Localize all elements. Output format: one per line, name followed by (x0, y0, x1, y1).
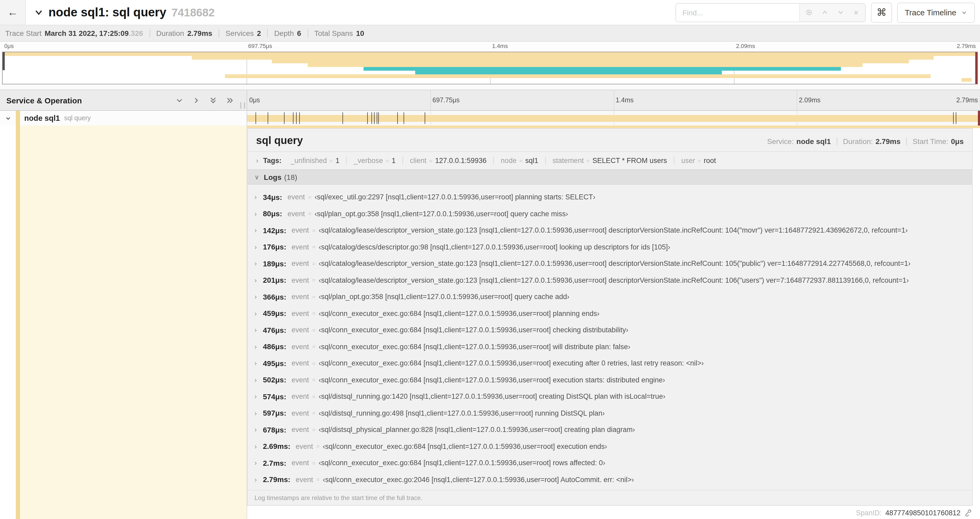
minimap-ruler-label: 697.75μs (246, 43, 272, 49)
chevron-right-icon: › (255, 343, 263, 351)
log-entry-row[interactable]: › 80μs: event = ‹sql/plan_opt.go:358 [ns… (255, 206, 972, 222)
span-detail-title: sql query (256, 134, 767, 147)
log-entry-row[interactable]: › 574μs: event = ‹sql/distsql_running.go… (255, 388, 972, 405)
find-group (676, 3, 865, 22)
log-entry-row[interactable]: › 2.7ms: event = ‹sql/conn_executor_exec… (255, 455, 972, 471)
log-entry-row[interactable]: › 459μs: event = ‹sql/conn_executor_exec… (255, 305, 972, 322)
log-field-key: event (287, 210, 305, 218)
log-field-value: ‹sql/exec_util.go:2297 [nsql1,client=127… (315, 193, 595, 201)
minimap-ruler-label: 2.09ms (734, 43, 755, 49)
tag-item: client = 127.0.0.1:59936 (402, 156, 493, 164)
column-resizer-grip[interactable] (240, 102, 245, 109)
equals-sign: = (312, 393, 316, 400)
log-entry-row[interactable]: › 495μs: event = ‹sql/conn_executor_exec… (255, 355, 972, 372)
log-field-value: ‹sql/plan_opt.go:358 [nsql1,client=127.0… (319, 293, 570, 301)
chevron-right-icon: › (255, 276, 263, 284)
find-prev-chevron-up-icon[interactable] (821, 8, 829, 16)
log-field-value: ‹sql/catalog/lease/descriptor_version_st… (319, 260, 911, 268)
trace-summary-item: Trace Start March 31 2022, 17:25:09 .326 (5, 29, 143, 37)
equals-sign: = (312, 343, 316, 350)
tags-row[interactable]: › Tags: _unfinished = 1 _verbose = 1 (248, 152, 972, 169)
equals-sign: = (316, 476, 320, 483)
expand-all-double-chevron-right-icon[interactable] (226, 96, 234, 104)
minimap-span (272, 60, 909, 63)
log-entry-row[interactable]: › 2.79ms: event = ‹sql/conn_executor_exe… (255, 471, 972, 488)
find-next-chevron-down-icon[interactable] (837, 8, 845, 16)
log-field-value: ‹sql/distsql_running.go:1420 [nsql1,clie… (319, 393, 665, 401)
log-timestamp: 502μs: (263, 376, 286, 384)
trace-view-selector[interactable]: Trace Timeline (897, 2, 975, 22)
span-duration-bar[interactable] (247, 115, 980, 122)
span-row-bar-cell[interactable] (247, 111, 980, 126)
timeline-minimap: 0μs697.75μs1.4ms2.09ms2.79ms (0, 42, 980, 86)
tag-key: _verbose (354, 156, 383, 164)
log-timestamp: 189μs: (263, 260, 286, 268)
log-entry-row[interactable]: › 34μs: event = ‹sql/exec_util.go:2297 [… (255, 189, 972, 206)
service-operation-title: Service & Operation (6, 96, 175, 105)
log-field-value: ‹sql/conn_executor_exec.go:2046 [nsql1,c… (323, 476, 634, 484)
equals-sign: = (308, 194, 312, 200)
collapse-one-chevron-down-icon[interactable] (175, 96, 183, 104)
logs-count: (18) (284, 173, 298, 181)
summary-label: Duration (156, 29, 184, 37)
log-field-value: ‹sql/conn_executor_exec.go:684 [nsql1,cl… (319, 326, 628, 334)
log-entry-row[interactable]: › 476μs: event = ‹sql/conn_executor_exec… (255, 322, 972, 339)
log-entry-row[interactable]: › 189μs: event = ‹sql/catalog/lease/desc… (255, 255, 972, 272)
log-entry-row[interactable]: › 502μs: event = ‹sql/conn_executor_exec… (255, 372, 972, 388)
log-marker-tick (397, 112, 398, 124)
minimap-canvas[interactable] (2, 52, 978, 85)
log-field-key: event (292, 326, 309, 334)
minimap-ruler-label: 0μs (2, 43, 14, 49)
log-marker-tick (268, 112, 268, 124)
equals-sign: = (586, 158, 590, 164)
log-entry-row[interactable]: › 597μs: event = ‹sql/distsql_running.go… (255, 405, 972, 422)
span-collapse-chevron-down-icon[interactable] (0, 115, 16, 121)
span-row[interactable]: node sql1 sql query (0, 111, 980, 126)
deep-link-icon[interactable] (964, 509, 972, 516)
log-field-value: ‹sql/distsql_physical_planner.go:828 [ns… (319, 426, 635, 434)
log-timestamp: 678μs: (263, 426, 286, 434)
log-marker-tick (284, 112, 285, 124)
minimap-span (308, 63, 862, 67)
tag-value: 1 (392, 156, 396, 164)
log-entry-row[interactable]: › 366μs: event = ‹sql/plan_opt.go:358 [n… (255, 289, 972, 305)
log-marker-tick (953, 112, 954, 124)
chevron-right-icon: › (255, 376, 263, 384)
minimap-left-drag-handle[interactable] (3, 52, 5, 70)
find-input[interactable] (676, 3, 799, 21)
log-entry-row[interactable]: › 201μs: event = ‹sql/catalog/lease/desc… (255, 272, 972, 289)
span-row-name-cell[interactable]: node sql1 sql query (0, 111, 247, 126)
chevron-right-icon: › (255, 260, 263, 268)
left-gutter (0, 126, 16, 519)
chevron-right-icon: › (255, 409, 263, 417)
equals-sign: = (312, 327, 316, 333)
keyboard-shortcuts-button[interactable]: ⌘ (871, 2, 892, 22)
log-field-value: ‹sql/catalog/lease/descriptor_version_st… (319, 276, 909, 284)
equals-sign: = (312, 294, 316, 300)
log-timestamp: 459μs: (263, 309, 286, 318)
expand-one-chevron-right-icon[interactable] (192, 96, 200, 104)
equals-sign: = (329, 158, 333, 164)
log-field-key: event (292, 409, 309, 417)
log-entry-row[interactable]: › 678μs: event = ‹sql/distsql_physical_p… (255, 422, 972, 438)
tag-item: node = sql1 (493, 156, 545, 164)
collapse-trace-chevron-down-icon[interactable] (34, 8, 43, 17)
locate-icon[interactable] (805, 8, 813, 16)
equals-sign: = (312, 360, 316, 367)
equals-sign: = (308, 211, 312, 217)
log-entry-row[interactable]: › 486μs: event = ‹sql/conn_executor_exec… (255, 339, 972, 355)
equals-sign: = (312, 227, 316, 234)
log-entry-row[interactable]: › 176μs: event = ‹sql/catalog/descs/desc… (255, 239, 972, 255)
log-entry-row[interactable]: › 142μs: event = ‹sql/catalog/lease/desc… (255, 222, 972, 239)
log-timestamp: 142μs: (263, 226, 286, 235)
minimap-span (415, 71, 722, 74)
log-timestamp: 486μs: (263, 343, 286, 351)
clear-find-close-icon[interactable] (853, 9, 860, 16)
minimap-right-drag-handle[interactable] (975, 52, 977, 84)
logs-section-header[interactable]: ∨ Logs (18) (248, 169, 972, 185)
chevron-right-icon: › (255, 442, 263, 450)
equals-sign: = (386, 158, 389, 164)
log-entry-row[interactable]: › 2.69ms: event = ‹sql/conn_executor_exe… (255, 438, 972, 455)
collapse-all-double-chevron-down-icon[interactable] (209, 96, 217, 104)
back-button[interactable]: ← (0, 0, 26, 25)
